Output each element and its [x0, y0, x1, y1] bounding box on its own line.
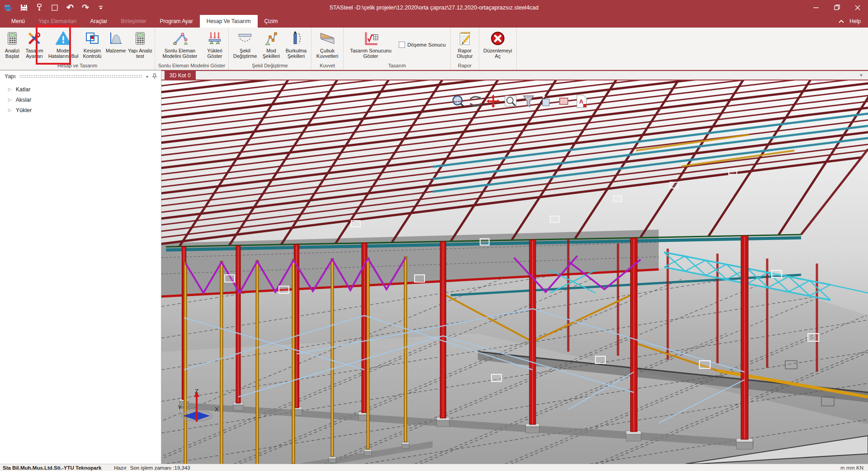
group-caption: Kuvvet	[313, 61, 341, 70]
intersection-check-icon	[85, 29, 100, 48]
tab-menu[interactable]: Menü	[5, 15, 32, 28]
title-bar: ↶ ↷ STASteel -D:\çelik projeler\12.2020\…	[0, 0, 868, 15]
ribbon-group-rapor: Rapor Oluştur Rapor	[451, 28, 479, 70]
svg-text:Y: Y	[178, 404, 182, 411]
mod-sekilleri-button[interactable]: Mod Şekilleri	[259, 28, 283, 59]
panel-dropdown-icon[interactable]: ▾	[146, 74, 148, 79]
tab-araclar[interactable]: Araçlar	[84, 15, 114, 28]
analizi-baslat-button[interactable]: Analizi Başlat	[2, 28, 23, 59]
zoom-extents-icon[interactable]	[450, 93, 466, 109]
group-caption	[481, 67, 514, 70]
group-caption: Hesap ve Tasarım	[2, 61, 153, 70]
ribbon-group-sekil-degistirme: Şekil Değiştirme Mod Şekilleri Burkulma …	[229, 28, 311, 70]
model-hatalarini-bul-button[interactable]: Model Hatalarını Bul	[46, 28, 80, 59]
save-icon[interactable]	[19, 3, 29, 13]
sonlu-eleman-modelini-goster-button[interactable]: Sonlu Eleman Modelini Göster	[157, 28, 203, 59]
tab-birlesimler[interactable]: Birleşimler	[114, 15, 153, 28]
burkulma-sekilleri-button[interactable]: Burkulma Şekilleri	[283, 28, 309, 59]
minimize-button[interactable]	[806, 0, 826, 15]
calculator-icon	[5, 29, 19, 48]
tasarim-sonucunu-goster-button[interactable]: Tasarım Sonucunu Göster	[345, 28, 396, 59]
tools-icon	[27, 29, 42, 48]
tab-program-ayar[interactable]: Program Ayar	[153, 15, 200, 28]
ribbon-group-hesap-ve-tasarim: Analizi Başlat Tasarım Ayarları Model Ha…	[0, 28, 155, 70]
tree-item-katlar[interactable]: ▷ Katlar	[0, 84, 161, 94]
material-curve-icon	[108, 29, 123, 48]
axis-triad: Z Y X	[170, 388, 224, 429]
doseme-sonucu-checkbox[interactable]	[399, 42, 405, 48]
window-controls	[806, 0, 868, 15]
3d-model-view[interactable]	[161, 80, 868, 464]
tab-cizim[interactable]: Çizim	[258, 15, 285, 28]
app-logo-icon[interactable]	[4, 3, 14, 13]
annotate-icon[interactable]: A	[573, 93, 590, 109]
duzenlemeyi-ac-button[interactable]: Düzenlemeyi Aç	[481, 28, 514, 59]
company-label: Sta Bil.Muh.Mus.Ltd.Sti.-YTU Teknopark	[0, 465, 101, 471]
sekil-degistirme-button[interactable]: Şekil Değiştirme	[231, 28, 259, 59]
customize-quick-access-icon[interactable]	[96, 3, 106, 13]
region-select-icon[interactable]	[556, 93, 572, 109]
pan-icon[interactable]	[485, 93, 501, 109]
structure-panel: Yapı ▾ ▷ Katlar ▷ Akslar ▷ Yükler	[0, 70, 161, 464]
tree-item-akslar[interactable]: ▷ Akslar	[0, 94, 161, 105]
fem-model-icon	[171, 29, 189, 48]
cubuk-kuvvetleri-button[interactable]: Çubuk Kuvvetleri	[313, 28, 341, 59]
expander-icon[interactable]: ▷	[8, 87, 12, 92]
orbit-icon[interactable]	[467, 93, 484, 109]
doseme-sonucu-label: Döşeme Sonucu	[407, 42, 446, 47]
redo-icon[interactable]: ↷	[80, 3, 90, 13]
stasteel-window: ↶ ↷ STASteel -D:\çelik projeler\12.2020\…	[0, 0, 868, 471]
svg-text:X: X	[215, 406, 219, 413]
expander-icon[interactable]: ▷	[8, 108, 12, 113]
pin-icon[interactable]	[152, 73, 157, 80]
ribbon-group-tasarim: Tasarım Sonucunu Göster Döşeme Sonucu Ta…	[344, 28, 451, 70]
close-edit-icon	[490, 29, 506, 48]
yukleri-goster-button[interactable]: Yükleri Göster	[203, 28, 226, 59]
svg-text:Z: Z	[195, 388, 198, 395]
viewport-tab-dropdown-icon[interactable]: ▼	[859, 71, 868, 80]
print-icon[interactable]	[34, 3, 44, 13]
group-caption: Tasarım	[345, 61, 448, 70]
group-caption: Şekil Değiştirme	[231, 61, 309, 70]
viewport: 3D Kot 0 ▼	[161, 70, 868, 464]
filter-icon[interactable]	[520, 93, 537, 109]
yapi-analiz-test-button[interactable]: Yapı Analiz test	[127, 28, 153, 59]
loads-icon	[207, 29, 223, 48]
warning-triangle-icon	[55, 29, 72, 48]
deformed-shape-icon	[237, 29, 253, 48]
rapor-olustur-button[interactable]: Rapor Oluştur	[453, 28, 477, 59]
malzeme-button[interactable]: Malzeme	[104, 28, 127, 53]
collapse-ribbon-icon[interactable]	[839, 18, 844, 24]
undo-icon[interactable]: ↶	[65, 3, 75, 13]
zoom-window-icon[interactable]	[503, 93, 519, 109]
expander-icon[interactable]: ▷	[8, 97, 12, 102]
viewport-tab-strip: 3D Kot 0 ▼	[161, 70, 868, 80]
design-result-icon	[362, 29, 379, 48]
mode-shapes-icon	[264, 29, 279, 48]
panel-title: Yapı	[5, 73, 16, 80]
structure-tree: ▷ Katlar ▷ Akslar ▷ Yükler	[0, 82, 161, 115]
tab-hesap-ve-tasarim[interactable]: Hesap Ve Tasarım	[200, 15, 258, 28]
ribbon: Analizi Başlat Tasarım Ayarları Model Ha…	[0, 28, 868, 70]
kesisim-kontrolu-button[interactable]: Kesişim Kontrolü	[80, 28, 104, 59]
report-icon	[457, 29, 473, 48]
panel-drag-texture	[19, 75, 142, 78]
ribbon-group-duzenleme: Düzenlemeyi Aç	[479, 28, 517, 70]
status-bar: Sta Bil.Muh.Mus.Ltd.Sti.-YTU Teknopark H…	[0, 464, 868, 471]
view-cube-icon[interactable]	[538, 93, 554, 109]
viewport-tab-3d-kot-0[interactable]: 3D Kot 0	[165, 71, 196, 80]
ready-status: Hazır	[114, 465, 126, 471]
ribbon-group-kuvvet: Çubuk Kuvvetleri Kuvvet	[311, 28, 344, 70]
tab-yapi-elemanlari[interactable]: Yapı Elemanları	[32, 15, 84, 28]
new-window-icon[interactable]	[50, 3, 60, 13]
help-link[interactable]: Help	[849, 18, 861, 24]
tasarim-ayarlari-button[interactable]: Tasarım Ayarları	[23, 28, 46, 59]
svg-text:A: A	[579, 98, 584, 105]
member-forces-icon	[319, 29, 336, 48]
ribbon-group-sonlu-eleman: Sonlu Eleman Modelini Göster Yükleri Gös…	[155, 28, 229, 70]
tree-item-yukler[interactable]: ▷ Yükler	[0, 105, 161, 115]
maximize-button[interactable]	[826, 0, 847, 15]
quick-access-toolbar: ↶ ↷	[0, 3, 106, 13]
ribbon-tab-bar: Menü Yapı Elemanları Araçlar Birleşimler…	[0, 15, 868, 28]
close-button[interactable]	[847, 0, 868, 15]
